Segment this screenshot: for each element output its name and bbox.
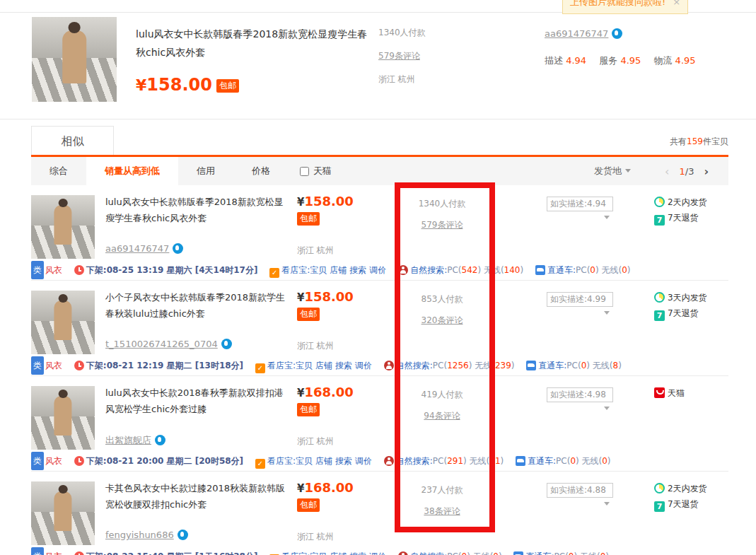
wangwang-icon[interactable] xyxy=(178,530,188,540)
kdb-link-price[interactable]: 调价 xyxy=(355,361,372,370)
paren-close: ) xyxy=(607,456,611,466)
kdb-link-price[interactable]: 调价 xyxy=(369,551,386,555)
free-shipping-badge: 包邮 xyxy=(297,212,320,226)
rating-select[interactable]: 如实描述:4.88 xyxy=(547,483,613,498)
tmall-filter-checkbox[interactable]: 天猫 xyxy=(300,165,332,177)
natural-wireless-count: 0 xyxy=(493,551,499,555)
kdb-link-shop[interactable]: 店铺 xyxy=(330,551,347,555)
seller-block: t_1510026741265_0704 xyxy=(105,339,232,349)
product-list: lulu风衣女中长款韩版春季2018新款宽松显瘦学生春秋chic风衣外套 aa6… xyxy=(31,185,728,555)
seller-link[interactable]: fengyishun686 xyxy=(105,530,174,540)
paren-close: ) xyxy=(605,551,609,555)
service-badge-label: 2天内发货 xyxy=(668,484,707,493)
thumbnail-art xyxy=(69,22,81,33)
product-thumbnail[interactable] xyxy=(31,195,95,259)
seller-link[interactable]: t_1510026741265_0704 xyxy=(105,339,218,349)
filter-item-comprehensive[interactable]: 综合 xyxy=(31,157,86,185)
product-thumbnail[interactable] xyxy=(31,291,95,354)
rating-select[interactable]: 如实描述:4.98 xyxy=(547,387,613,402)
kdb-link-price[interactable]: 调价 xyxy=(369,265,386,275)
wireless-open: ) 无线( xyxy=(576,456,602,466)
header-product-thumbnail[interactable] xyxy=(32,17,117,102)
product-stats: 1340人付款 579条评论 xyxy=(396,198,488,231)
ztc-pc-count: 0 xyxy=(590,265,595,275)
category-badge: 类 xyxy=(31,261,44,279)
wangwang-icon[interactable] xyxy=(221,339,232,349)
kdb-link-shop[interactable]: 店铺 xyxy=(315,456,332,466)
service-badge-clock: 2天内发货 xyxy=(654,481,707,496)
seller-block: aa691476747 xyxy=(105,243,183,254)
category-link[interactable]: 风衣 xyxy=(45,361,62,370)
currency-symbol: ¥ xyxy=(297,196,304,209)
thumbnail-art xyxy=(59,294,68,303)
service-badges: 2天内发货77天退货 xyxy=(654,194,707,226)
kdb-link-search[interactable]: 搜索 xyxy=(335,456,352,466)
kdb-link-item[interactable]: 宝贝 xyxy=(296,456,313,466)
category-block: 类风衣 xyxy=(31,551,62,555)
category-link[interactable]: 风衣 xyxy=(45,265,62,275)
kdb-link-search[interactable]: 搜索 xyxy=(349,265,366,275)
paren-close: ) xyxy=(501,456,504,466)
price-block: ¥158.00 xyxy=(297,289,354,304)
tab-similar[interactable]: 相似 xyxy=(31,126,114,155)
kdb-link-item[interactable]: 宝贝 xyxy=(310,265,327,275)
wireless-open: ) 无线( xyxy=(469,361,495,370)
seller-link[interactable]: aa691476747 xyxy=(105,243,169,254)
wangwang-icon[interactable] xyxy=(155,435,165,445)
header-comments-link[interactable]: 579条评论 xyxy=(378,51,420,61)
product-title-link[interactable]: 小个子风衣女中长款韩版春季2018新款学生春秋装lulu过膝chic外套 xyxy=(105,289,291,322)
comments-link[interactable]: 94条评论 xyxy=(424,411,460,421)
category-block: 类风衣 xyxy=(31,456,62,466)
tmall-checkbox-input[interactable] xyxy=(300,167,309,176)
page-next-button[interactable]: › xyxy=(694,165,719,178)
paren-close: ) xyxy=(618,361,622,370)
pc-open: PC( xyxy=(556,456,570,466)
thumbnail-art xyxy=(54,205,71,245)
seller-link[interactable]: 出絮旗舰店 xyxy=(105,435,151,445)
tooltip-close-icon[interactable]: × xyxy=(673,0,680,7)
kdb-link-search[interactable]: 搜索 xyxy=(349,551,366,555)
product-title-link[interactable]: 卡其色风衣女中长款过膝2018秋装新款韩版宽松收腰双排扣chic外套 xyxy=(105,480,291,513)
rating-select[interactable]: 如实描述:4.94 xyxy=(547,197,613,211)
filter-right-controls: 发货地 ‹ 1/3 › xyxy=(594,165,728,178)
kdb-link-item[interactable]: 宝贝 xyxy=(310,551,327,555)
kdb-link-shop[interactable]: 店铺 xyxy=(330,265,347,275)
header-price: 158.00 xyxy=(146,75,212,95)
rating-select[interactable]: 如实描述:4.99 xyxy=(547,292,613,307)
ztc-label: 直通车: xyxy=(538,361,566,370)
header-ratings: 描述 4.94 服务 4.95 物流 4.95 xyxy=(545,54,706,67)
product-thumbnail[interactable] xyxy=(31,481,95,545)
total-number: 159 xyxy=(687,136,703,146)
page-prev-button[interactable]: ‹ xyxy=(655,165,679,178)
ship-from-label: 发货地 xyxy=(594,165,622,176)
kdb-link-item[interactable]: 宝贝 xyxy=(296,361,313,370)
natural-wireless-count: 11 xyxy=(489,456,500,466)
kdb-link-price[interactable]: 调价 xyxy=(355,456,372,466)
filter-item-credit[interactable]: 信用 xyxy=(178,157,233,185)
countdown-clock-icon xyxy=(74,265,84,275)
filter-item-sales-desc[interactable]: 销量从高到低 xyxy=(86,157,178,185)
rating-select-value: 4.94 xyxy=(587,199,606,209)
filter-item-price[interactable]: 价格 xyxy=(233,157,289,185)
product-title-link[interactable]: lulu风衣女中长款韩版春季2018新款宽松显瘦学生春秋chic风衣外套 xyxy=(105,194,291,226)
product-title-link[interactable]: lulu风衣女中长款2018春秋季新款双排扣港风宽松学生chic外套过膝 xyxy=(105,385,291,417)
category-link[interactable]: 风衣 xyxy=(45,456,62,466)
wangwang-icon[interactable] xyxy=(612,28,622,39)
header-seller-link[interactable]: aa691476747 xyxy=(545,28,608,39)
pc-open: PC( xyxy=(433,361,447,370)
service-badge-label: 3天内发货 xyxy=(668,293,707,303)
service-badge-label: 7天退货 xyxy=(668,499,699,509)
paren-close: ) xyxy=(499,551,502,555)
product-location: 浙江 杭州 xyxy=(297,531,334,543)
product-thumbnail[interactable] xyxy=(31,386,95,450)
kdb-link-shop[interactable]: 店铺 xyxy=(315,361,332,370)
comments-link[interactable]: 579条评论 xyxy=(421,220,463,230)
comments-link[interactable]: 320条评论 xyxy=(421,315,463,325)
category-block: 类风衣 xyxy=(31,265,62,275)
price-block: ¥168.00 xyxy=(297,480,354,495)
wangwang-icon[interactable] xyxy=(173,243,183,254)
category-link[interactable]: 风衣 xyxy=(45,551,62,555)
comments-link[interactable]: 38条评论 xyxy=(424,506,460,516)
ship-from-dropdown[interactable]: 发货地 xyxy=(594,165,631,177)
kdb-link-search[interactable]: 搜索 xyxy=(335,361,352,370)
